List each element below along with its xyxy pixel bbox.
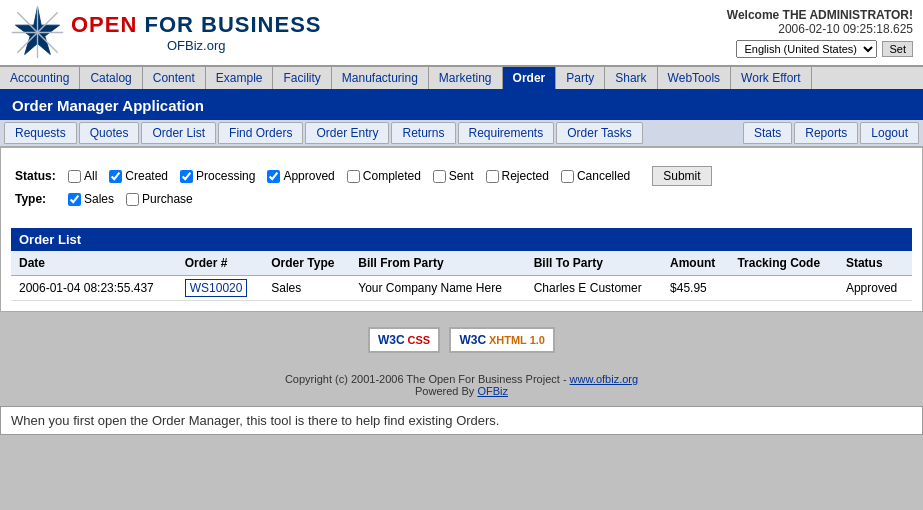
col-tracking: Tracking Code: [729, 251, 837, 276]
copyright-line: Copyright (c) 2001-2006 The Open For Bus…: [5, 373, 918, 385]
table-header-row: Date Order # Order Type Bill From Party …: [11, 251, 912, 276]
copyright-link[interactable]: www.ofbiz.org: [570, 373, 638, 385]
status-processing-checkbox[interactable]: Processing: [180, 169, 255, 183]
type-sales-checkbox[interactable]: Sales: [68, 192, 114, 206]
col-date: Date: [11, 251, 177, 276]
checkbox-sent[interactable]: [433, 170, 446, 183]
nav-content[interactable]: Content: [143, 67, 206, 89]
subnav-orderentry[interactable]: Order Entry: [305, 122, 389, 144]
status-created-checkbox[interactable]: Created: [109, 169, 168, 183]
logo-main: OPEN FOR BUSINESS: [71, 12, 322, 38]
status-approved-checkbox[interactable]: Approved: [267, 169, 334, 183]
w3c-xhtml-badge: W3C XHTML 1.0: [449, 327, 554, 353]
subnav-logout[interactable]: Logout: [860, 122, 919, 144]
logo-star-icon: [10, 5, 65, 60]
datetime-text: 2006-02-10 09:25:18.625: [727, 22, 913, 36]
col-bill-from: Bill From Party: [350, 251, 525, 276]
status-rejected-checkbox[interactable]: Rejected: [486, 169, 549, 183]
nav-bar: Accounting Catalog Content Example Facil…: [0, 66, 923, 91]
subnav-requirements[interactable]: Requirements: [458, 122, 555, 144]
cell-order-type: Sales: [263, 276, 350, 301]
cell-order-num: WS10020: [177, 276, 264, 301]
submit-button[interactable]: Submit: [652, 166, 711, 186]
subnav-stats[interactable]: Stats: [743, 122, 792, 144]
col-amount: Amount: [662, 251, 729, 276]
order-list-section: Order List Date Order # Order Type Bill …: [11, 228, 912, 301]
type-label: Type:: [15, 192, 60, 206]
cell-bill-to: Charles E Customer: [526, 276, 662, 301]
checkbox-completed[interactable]: [347, 170, 360, 183]
checkbox-all[interactable]: [68, 170, 81, 183]
status-completed-checkbox[interactable]: Completed: [347, 169, 421, 183]
copyright-text: Copyright (c) 2001-2006 The Open For Bus…: [285, 373, 570, 385]
checkbox-approved[interactable]: [267, 170, 280, 183]
set-button[interactable]: Set: [882, 41, 913, 57]
type-filter-row: Type: Sales Purchase: [15, 192, 908, 206]
cell-status: Approved: [838, 276, 912, 301]
cell-date: 2006-01-04 08:23:55.437: [11, 276, 177, 301]
nav-marketing[interactable]: Marketing: [429, 67, 503, 89]
checkbox-processing[interactable]: [180, 170, 193, 183]
nav-manufacturing[interactable]: Manufacturing: [332, 67, 429, 89]
checkbox-cancelled[interactable]: [561, 170, 574, 183]
checkbox-rejected[interactable]: [486, 170, 499, 183]
order-link[interactable]: WS10020: [185, 279, 248, 297]
status-sent-checkbox[interactable]: Sent: [433, 169, 474, 183]
order-table: Date Order # Order Type Bill From Party …: [11, 251, 912, 301]
app-title: Order Manager Application: [0, 91, 923, 120]
col-order-type: Order Type: [263, 251, 350, 276]
sub-nav: Requests Quotes Order List Find Orders O…: [0, 120, 923, 147]
nav-workeffort[interactable]: Work Effort: [731, 67, 812, 89]
status-checkboxes: All Created Processing Approved Complete…: [68, 166, 712, 186]
lang-bar: English (United States) Spanish French G…: [727, 40, 913, 58]
language-select[interactable]: English (United States) Spanish French G…: [736, 40, 877, 58]
header: OPEN FOR BUSINESS OFBiz.org Welcome THE …: [0, 0, 923, 66]
nav-webtools[interactable]: WebTools: [658, 67, 731, 89]
nav-example[interactable]: Example: [206, 67, 274, 89]
order-list-header: Order List: [11, 228, 912, 251]
powered-by-text: Powered By: [415, 385, 477, 397]
status-cancelled-checkbox[interactable]: Cancelled: [561, 169, 630, 183]
status-all-checkbox[interactable]: All: [68, 169, 97, 183]
col-order-num: Order #: [177, 251, 264, 276]
subnav-findorders[interactable]: Find Orders: [218, 122, 303, 144]
welcome-text: Welcome THE ADMINISTRATOR!: [727, 8, 913, 22]
nav-catalog[interactable]: Catalog: [80, 67, 142, 89]
subnav-ordertasks[interactable]: Order Tasks: [556, 122, 642, 144]
header-right: Welcome THE ADMINISTRATOR! 2006-02-10 09…: [727, 8, 913, 58]
checkbox-purchase[interactable]: [126, 193, 139, 206]
col-status: Status: [838, 251, 912, 276]
cell-tracking: [729, 276, 837, 301]
bottom-bar-text: When you first open the Order Manager, t…: [11, 413, 499, 428]
logo-subtitle: OFBiz.org: [71, 38, 322, 53]
table-row: 2006-01-04 08:23:55.437 WS10020 Sales Yo…: [11, 276, 912, 301]
subnav-quotes[interactable]: Quotes: [79, 122, 140, 144]
nav-party[interactable]: Party: [556, 67, 605, 89]
type-checkboxes: Sales Purchase: [68, 192, 193, 206]
logo-area: OPEN FOR BUSINESS OFBiz.org: [10, 5, 322, 60]
subnav-returns[interactable]: Returns: [391, 122, 455, 144]
status-filter-row: Status: All Created Processing Approved …: [15, 166, 908, 186]
footer-badges: W3C CSS W3C XHTML 1.0: [0, 312, 923, 368]
w3c-css-badge: W3C CSS: [368, 327, 440, 353]
nav-shark[interactable]: Shark: [605, 67, 657, 89]
footer-text: Copyright (c) 2001-2006 The Open For Bus…: [0, 368, 923, 402]
col-bill-to: Bill To Party: [526, 251, 662, 276]
filter-section: Status: All Created Processing Approved …: [11, 158, 912, 220]
powered-by-line: Powered By OFBiz: [5, 385, 918, 397]
nav-facility[interactable]: Facility: [273, 67, 331, 89]
nav-accounting[interactable]: Accounting: [0, 67, 80, 89]
order-table-body: 2006-01-04 08:23:55.437 WS10020 Sales Yo…: [11, 276, 912, 301]
type-purchase-checkbox[interactable]: Purchase: [126, 192, 193, 206]
nav-order[interactable]: Order: [503, 67, 557, 89]
checkbox-created[interactable]: [109, 170, 122, 183]
checkbox-sales[interactable]: [68, 193, 81, 206]
subnav-requests[interactable]: Requests: [4, 122, 77, 144]
status-label: Status:: [15, 169, 60, 183]
powered-by-link[interactable]: OFBiz: [477, 385, 508, 397]
main-content: Status: All Created Processing Approved …: [0, 147, 923, 312]
cell-bill-from: Your Company Name Here: [350, 276, 525, 301]
subnav-reports[interactable]: Reports: [794, 122, 858, 144]
subnav-orderlist[interactable]: Order List: [141, 122, 216, 144]
cell-amount: $45.95: [662, 276, 729, 301]
